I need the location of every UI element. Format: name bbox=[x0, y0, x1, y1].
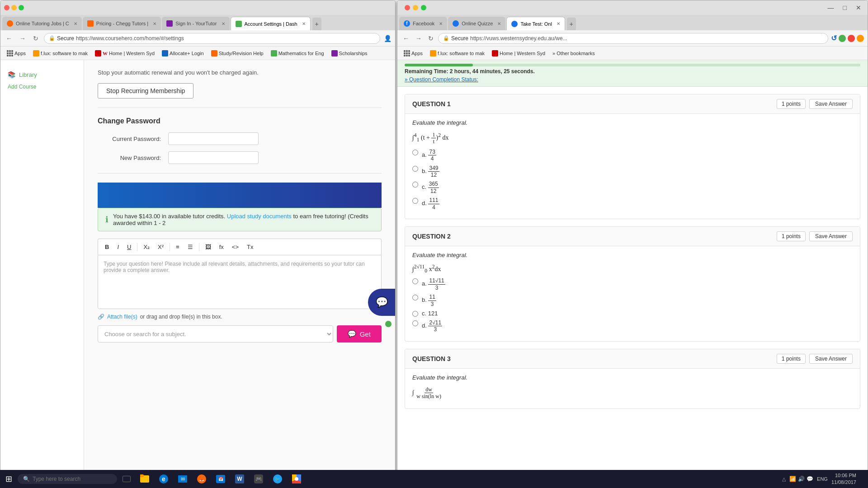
right-close-btn[interactable] bbox=[405, 5, 410, 10]
tab-online-tutoring[interactable]: Online Tutoring Jobs | C ✕ bbox=[2, 17, 82, 30]
maximize-btn[interactable] bbox=[19, 5, 24, 10]
ordered-list-btn[interactable]: ≡ bbox=[173, 242, 183, 252]
bookmark-maths[interactable]: Mathematics for Eng bbox=[268, 49, 327, 57]
user-icon[interactable]: 👤 bbox=[384, 35, 392, 42]
tab3-close[interactable]: ✕ bbox=[222, 21, 225, 26]
q1-radio-c[interactable] bbox=[412, 182, 418, 188]
question-1-block: QUESTION 1 1 points Save Answer Evaluate… bbox=[405, 94, 860, 219]
question-1-save-btn[interactable]: Save Answer bbox=[809, 99, 853, 109]
url-bar[interactable]: 🔒 Secure https://www.coursehero.com/home… bbox=[44, 33, 380, 44]
q1-radio-d[interactable] bbox=[412, 198, 418, 204]
right-reload-ext1[interactable]: ↺ bbox=[831, 34, 837, 42]
current-password-input[interactable] bbox=[168, 132, 259, 145]
right-bookmark-flux-label: f.lux: software to mak bbox=[438, 51, 485, 56]
start-button[interactable]: ⊞ bbox=[2, 472, 16, 486]
refresh-btn[interactable]: ↻ bbox=[31, 34, 40, 43]
taskbar-email[interactable]: ✉ bbox=[174, 472, 191, 486]
tab-pricing[interactable]: Pricing - Chegg Tutors | ✕ bbox=[83, 17, 161, 30]
chat-icon: 💬 bbox=[348, 330, 356, 338]
right-bookmark-western[interactable]: Home | Western Syd bbox=[489, 49, 548, 57]
subject-select[interactable]: Choose or search for a subject. bbox=[98, 325, 333, 343]
right-bookmark-flux[interactable]: f.lux: software to mak bbox=[427, 49, 487, 57]
right-minimize-btn[interactable] bbox=[413, 5, 418, 10]
taskbar-firefox[interactable]: 🦊 bbox=[193, 472, 210, 486]
taskbar-word[interactable]: W bbox=[231, 472, 248, 486]
sidebar-add-course[interactable]: Add Course bbox=[0, 82, 84, 92]
subscript-btn[interactable]: X₂ bbox=[140, 242, 153, 252]
right-url-bar[interactable]: 🔒 Secure https://vuws.westernsydney.edu.… bbox=[438, 33, 828, 44]
rtab3-close[interactable]: ✕ bbox=[557, 21, 560, 26]
show-desktop-btn[interactable] bbox=[860, 470, 863, 488]
rtab1-close[interactable]: ✕ bbox=[439, 21, 443, 26]
bookmark-study[interactable]: Study/Revision Help bbox=[208, 49, 266, 57]
rtab2-close[interactable]: ✕ bbox=[497, 21, 501, 26]
formula-btn[interactable]: fx bbox=[216, 242, 227, 252]
minimize-btn[interactable] bbox=[11, 5, 17, 10]
right-forward-btn[interactable]: → bbox=[414, 34, 424, 43]
right-maximize-btn[interactable] bbox=[421, 5, 426, 10]
taskbar-twitter[interactable]: 🐦 bbox=[269, 472, 286, 486]
right-tab-take-test[interactable]: Take Test: Onl ✕ bbox=[506, 17, 565, 30]
q1-radio-a[interactable] bbox=[412, 150, 418, 155]
code-btn[interactable]: <> bbox=[229, 242, 242, 252]
question-editor[interactable]: Type your question here! Please include … bbox=[98, 255, 382, 309]
italic-btn[interactable]: I bbox=[114, 242, 122, 252]
unordered-list-btn[interactable]: ☰ bbox=[184, 242, 196, 252]
stop-recurring-membership-button[interactable]: Stop Recurring Membership bbox=[98, 83, 193, 99]
q2-radio-d[interactable] bbox=[412, 320, 418, 326]
bookmark-flux[interactable]: f.lux: software to mak bbox=[30, 49, 90, 57]
right-back-btn[interactable]: ← bbox=[401, 34, 411, 43]
taskbar-game-controller[interactable]: 🎮 bbox=[250, 472, 267, 486]
q2-radio-a[interactable] bbox=[412, 278, 418, 284]
q1-radio-b[interactable] bbox=[412, 166, 418, 172]
right-restore-window[interactable]: □ bbox=[840, 3, 849, 12]
sidebar-library[interactable]: 📚 Library bbox=[0, 67, 84, 82]
chat-bubble[interactable]: 💬 bbox=[368, 289, 395, 316]
tab1-close[interactable]: ✕ bbox=[74, 21, 77, 26]
right-bookmark-other[interactable]: » Other bookmarks bbox=[550, 50, 598, 57]
taskbar-file-explorer[interactable] bbox=[136, 472, 153, 486]
q1-label-c: c. 36512 bbox=[422, 181, 439, 194]
right-tab-facebook[interactable]: f Facebook ✕ bbox=[399, 17, 447, 30]
upload-docs-link[interactable]: Upload study documents bbox=[227, 213, 292, 220]
taskbar-search-box[interactable]: 🔍 bbox=[18, 474, 117, 484]
bookmark-apps[interactable]: Apps bbox=[4, 49, 28, 57]
superscript-btn[interactable]: X² bbox=[155, 242, 167, 252]
right-title-bar: — □ ✕ bbox=[397, 0, 868, 15]
new-password-input[interactable] bbox=[168, 151, 259, 164]
tab-signin[interactable]: Sign In - YourTutor ✕ bbox=[162, 17, 229, 30]
forward-btn[interactable]: → bbox=[18, 34, 28, 43]
right-new-tab-btn[interactable]: + bbox=[567, 18, 576, 30]
taskbar-edge[interactable]: e bbox=[155, 472, 172, 486]
bookmark-western[interactable]: W Home | Western Syd bbox=[92, 49, 157, 57]
image-btn[interactable]: 🖼 bbox=[202, 242, 214, 252]
clear-format-btn[interactable]: Tx bbox=[244, 242, 256, 252]
get-help-button[interactable]: 💬 Get bbox=[337, 325, 382, 343]
right-refresh-btn[interactable]: ↻ bbox=[426, 34, 435, 43]
tab-account-settings[interactable]: Account Settings | Dash ✕ bbox=[231, 17, 311, 30]
tab4-close[interactable]: ✕ bbox=[302, 21, 306, 26]
question-completion-link[interactable]: » Question Completion Status: bbox=[405, 76, 860, 83]
taskbar-calendar[interactable]: 📅 bbox=[212, 472, 229, 486]
taskbar-chrome[interactable] bbox=[288, 472, 305, 486]
question-2-save-btn[interactable]: Save Answer bbox=[809, 231, 853, 241]
tab2-close[interactable]: ✕ bbox=[153, 21, 156, 26]
attach-files-link[interactable]: Attach file(s) bbox=[107, 314, 137, 320]
close-btn[interactable] bbox=[4, 5, 9, 10]
right-close-window[interactable]: ✕ bbox=[853, 3, 864, 12]
bookmark-allocate[interactable]: Allocate+ Login bbox=[159, 49, 207, 57]
q2-radio-c[interactable] bbox=[412, 311, 418, 317]
underline-btn[interactable]: U bbox=[124, 242, 134, 252]
new-tab-btn[interactable]: + bbox=[312, 18, 321, 30]
back-btn[interactable]: ← bbox=[4, 34, 14, 43]
question-3-save-btn[interactable]: Save Answer bbox=[809, 354, 853, 364]
taskbar-task-view[interactable] bbox=[119, 474, 134, 484]
right-bookmark-apps[interactable]: Apps bbox=[401, 49, 425, 57]
bookmark-scholarships[interactable]: Scholarships bbox=[329, 49, 370, 57]
bold-btn[interactable]: B bbox=[102, 242, 112, 252]
taskbar-search-input[interactable] bbox=[33, 476, 105, 482]
q2-radio-b[interactable] bbox=[412, 295, 418, 300]
right-tab-quiz[interactable]: Online Quizze ✕ bbox=[448, 17, 505, 30]
right-minimize-window[interactable]: — bbox=[825, 3, 837, 12]
q1-label-b: b. 34912 bbox=[422, 165, 439, 178]
